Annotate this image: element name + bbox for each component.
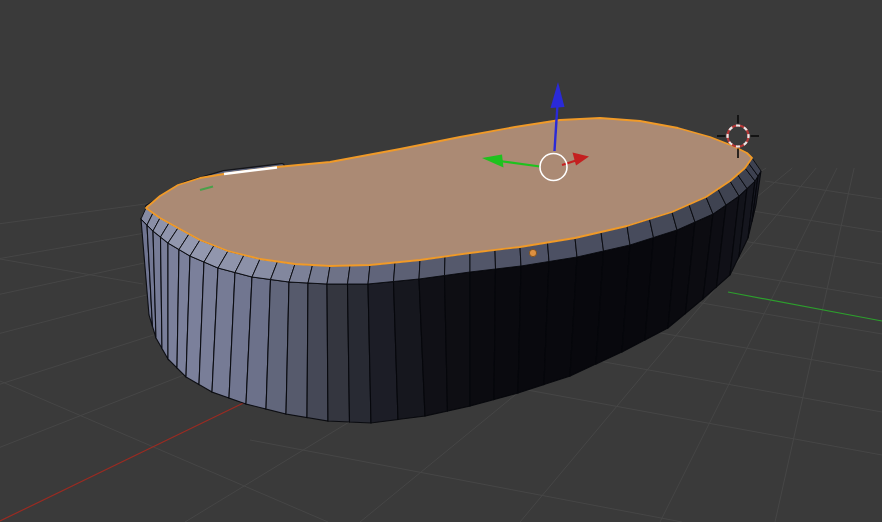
viewport-canvas[interactable] — [0, 0, 882, 522]
object-origin-dot — [529, 249, 536, 256]
blender-3d-viewport[interactable] — [0, 0, 882, 522]
